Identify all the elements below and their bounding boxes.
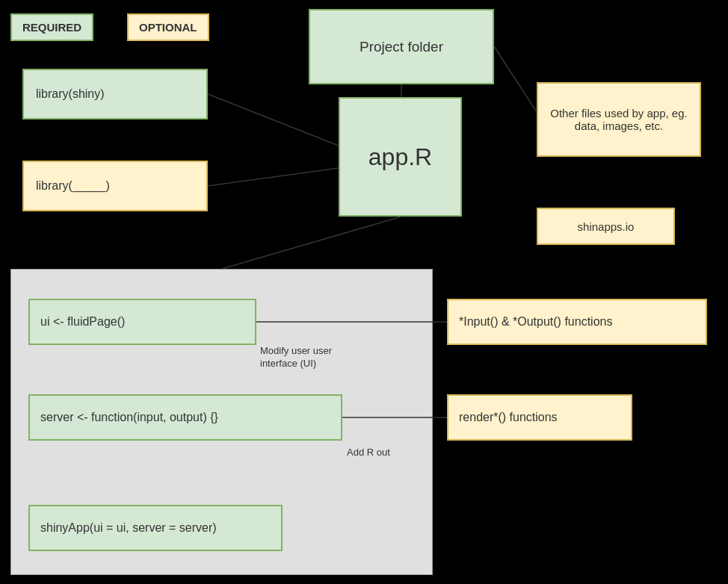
modify-ui-label: Modify user user interface (UI) [260,345,342,370]
render-functions-label: render*() functions [459,411,558,424]
app-r-box: app.R [339,97,462,217]
project-folder-box: Project folder [309,9,494,84]
svg-line-6 [494,46,537,112]
library-blank-box: library(_____) [22,161,208,211]
required-badge: REQUIRED [10,13,93,41]
project-folder-label: Project folder [360,39,443,55]
shinyapp-call-box: shinyApp(ui = ui, server = server) [28,505,283,551]
render-functions-box: render*() functions [447,394,632,441]
server-function-box: server <- function(input, output) {} [28,394,342,441]
main-canvas: REQUIRED OPTIONAL Project folder library… [0,0,728,584]
svg-line-1 [208,94,339,146]
other-files-box: Other files used by app, eg. data, image… [537,82,701,157]
shinapps-label: shinapps.io [578,220,635,233]
other-files-label: Other files used by app, eg. data, image… [544,107,694,132]
library-shiny-label: library(shiny) [36,87,105,101]
shinyapp-call-label: shinyApp(ui = ui, server = server) [40,521,217,535]
shinapps-box: shinapps.io [537,208,675,245]
add-r-output-label: Add R out [347,447,429,459]
app-r-label: app.R [368,143,432,171]
svg-line-3 [222,217,401,269]
library-shiny-box: library(shiny) [22,69,208,119]
ui-fluidpage-box: ui <- fluidPage() [28,299,256,345]
input-output-functions-box: *Input() & *Output() functions [447,299,707,345]
library-blank-label: library(_____) [36,179,110,193]
input-output-functions-label: *Input() & *Output() functions [459,315,612,329]
ui-fluidpage-label: ui <- fluidPage() [40,315,125,329]
server-function-label: server <- function(input, output) {} [40,411,218,424]
svg-line-2 [208,168,339,186]
optional-badge: OPTIONAL [127,13,209,41]
